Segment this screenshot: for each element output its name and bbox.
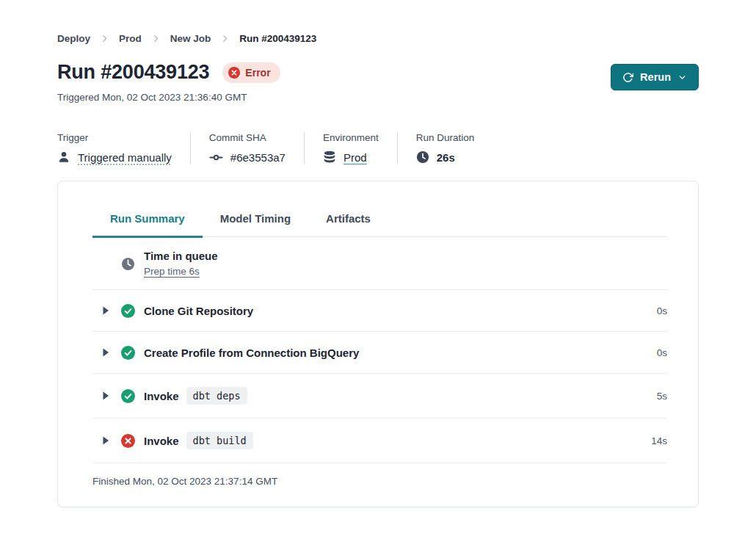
- git-commit-icon: [209, 151, 223, 164]
- step-title: Create Profile from Connection BigQuery: [144, 347, 359, 359]
- meta-duration-label: Run Duration: [416, 132, 475, 143]
- meta-run-duration: Run Duration 26s: [416, 132, 493, 164]
- step-invoke-dbt-deps[interactable]: Invoke dbt deps 5s: [92, 374, 667, 419]
- meta-commit-label: Commit SHA: [209, 132, 286, 143]
- success-check-icon: [121, 304, 135, 318]
- success-check-icon: [121, 389, 135, 403]
- triggered-timestamp: Triggered Mon, 02 Oct 2023 21:36:40 GMT: [57, 92, 280, 103]
- chevron-right-icon: [151, 34, 161, 43]
- meta-trigger-value[interactable]: Triggered manually: [78, 151, 172, 164]
- clock-icon: [121, 257, 135, 271]
- breadcrumb-deploy[interactable]: Deploy: [57, 33, 90, 44]
- title-block: Run #200439123 Error Triggered Mon, 02 O…: [57, 61, 280, 103]
- step-title: Invoke: [144, 390, 179, 402]
- meta-environment-label: Environment: [323, 132, 379, 143]
- meta-duration-value: 26s: [437, 151, 455, 164]
- step-clone-git-repository[interactable]: Clone Git Repository 0s: [92, 290, 667, 332]
- step-title: Invoke: [144, 435, 179, 447]
- breadcrumb-current-run: Run #200439123: [239, 33, 316, 44]
- database-icon: [323, 151, 336, 164]
- tab-run-summary[interactable]: Run Summary: [92, 212, 203, 238]
- page-title: Run #200439123: [57, 61, 209, 84]
- error-circle-icon: [228, 67, 240, 79]
- rerun-button-label: Rerun: [640, 71, 671, 83]
- meta-commit-value: #6e3553a7: [230, 151, 286, 164]
- finished-timestamp: Finished Mon, 02 Oct 2023 21:37:14 GMT: [92, 463, 667, 507]
- breadcrumb-new-job[interactable]: New Job: [170, 33, 211, 44]
- clock-icon: [416, 151, 429, 164]
- tab-bar: Run Summary Model Timing Artifacts: [92, 212, 667, 237]
- step-duration: 5s: [657, 391, 667, 402]
- status-badge-label: Error: [245, 67, 270, 79]
- step-duration: 0s: [657, 305, 667, 316]
- step-duration: 0s: [657, 347, 667, 358]
- tab-model-timing[interactable]: Model Timing: [203, 212, 308, 238]
- person-icon: [57, 151, 70, 164]
- page-header: Run #200439123 Error Triggered Mon, 02 O…: [57, 61, 699, 103]
- meta-environment-value[interactable]: Prod: [344, 151, 367, 164]
- run-detail-page: Deploy Prod New Job Run #200439123 Run #…: [0, 0, 756, 507]
- step-title: Time in queue: [144, 250, 218, 262]
- step-invoke-dbt-build[interactable]: Invoke dbt build 14s: [92, 419, 667, 463]
- caret-right-icon[interactable]: [101, 391, 112, 401]
- step-time-in-queue: Time in queue Prep time 6s: [92, 237, 667, 290]
- caret-right-icon[interactable]: [101, 435, 112, 446]
- meta-trigger-label: Trigger: [57, 132, 172, 143]
- meta-environment: Environment Prod: [323, 132, 398, 164]
- success-check-icon: [121, 346, 135, 360]
- command-chip: dbt deps: [186, 387, 247, 405]
- chevron-down-icon: [677, 73, 687, 82]
- error-circle-icon: [121, 434, 135, 448]
- meta-commit-sha: Commit SHA #6e3553a7: [209, 132, 305, 164]
- prep-time-link[interactable]: Prep time 6s: [144, 266, 200, 277]
- step-create-profile[interactable]: Create Profile from Connection BigQuery …: [92, 332, 667, 374]
- command-chip: dbt build: [186, 432, 253, 449]
- chevron-right-icon: [100, 34, 109, 43]
- caret-right-icon[interactable]: [101, 305, 112, 316]
- meta-trigger: Trigger Triggered manually: [57, 132, 191, 164]
- step-duration: 14s: [651, 435, 667, 446]
- breadcrumb: Deploy Prod New Job Run #200439123: [57, 33, 699, 44]
- run-summary-card: Run Summary Model Timing Artifacts Time …: [57, 181, 699, 507]
- rerun-button[interactable]: Rerun: [611, 64, 699, 90]
- run-meta-row: Trigger Triggered manually Commit SHA #6…: [57, 132, 699, 164]
- breadcrumb-prod[interactable]: Prod: [119, 33, 142, 44]
- status-badge: Error: [222, 62, 280, 83]
- caret-right-icon[interactable]: [101, 347, 112, 358]
- tab-artifacts[interactable]: Artifacts: [308, 212, 388, 238]
- chevron-right-icon: [220, 34, 230, 43]
- step-title: Clone Git Repository: [144, 305, 253, 317]
- refresh-icon: [622, 72, 633, 83]
